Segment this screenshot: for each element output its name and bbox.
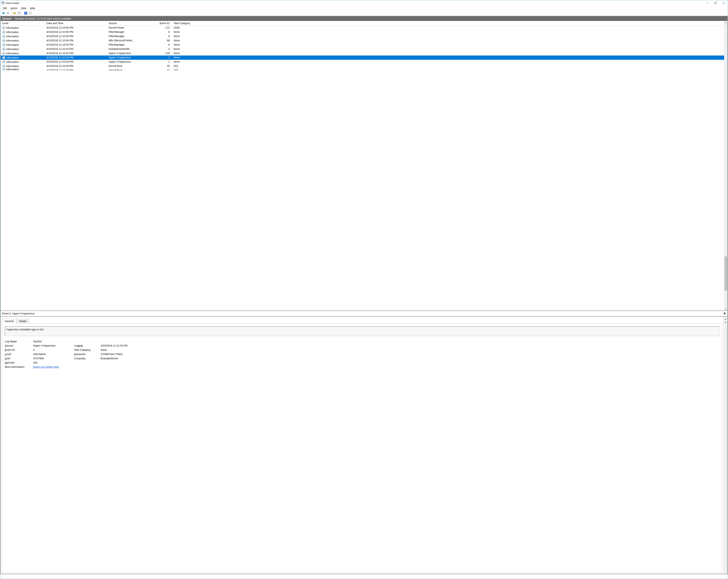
event-properties: Log Name: System Source: Hyper-V-Hypervi…	[5, 340, 719, 368]
cell-taskcat: None	[171, 43, 724, 47]
cell-eventid: 6	[153, 30, 171, 34]
scroll-down-icon[interactable]: ▾	[724, 307, 727, 310]
scroll-down-small-icon[interactable]: ▼	[724, 321, 727, 324]
cell-date: 4/10/2018 12:10:33 PM	[45, 56, 107, 60]
svg-rect-63	[4, 68, 4, 69]
event-list-header: System Number of events: 3,179 (!) New e…	[1, 16, 727, 21]
cell-taskcat: None	[171, 47, 724, 51]
column-headers: Level Date and Time Source Event ID Task…	[1, 21, 724, 26]
toolbar: ?	[0, 10, 728, 16]
val-level: Information	[33, 353, 74, 356]
cell-level: Information	[6, 48, 19, 51]
back-button[interactable]	[1, 11, 5, 15]
svg-rect-22	[4, 28, 4, 29]
link-event-log-help[interactable]: Event Log Online Help	[33, 365, 59, 368]
menu-action[interactable]: Action	[9, 6, 19, 10]
lbl-opcode: OpCode:	[5, 361, 33, 364]
val-taskcat: None	[101, 349, 719, 351]
up-level-icon[interactable]	[12, 11, 17, 15]
minimize-button[interactable]	[703, 0, 711, 6]
svg-rect-4	[3, 3, 4, 4]
svg-rect-2	[2, 3, 3, 3]
close-button[interactable]	[720, 0, 728, 6]
svg-rect-50	[4, 57, 4, 58]
properties-icon[interactable]	[17, 11, 21, 15]
col-taskcat[interactable]: Task Category	[171, 21, 724, 26]
event-detail-pane: Event 2, Hyper-V-Hypervisor ✕ General De…	[0, 311, 728, 574]
svg-text:?: ?	[25, 12, 26, 15]
svg-rect-26	[4, 32, 4, 33]
tab-details[interactable]: Details	[16, 319, 29, 324]
maximize-button[interactable]	[711, 0, 720, 6]
svg-rect-55	[4, 61, 4, 61]
val-user: SYSTEM	[33, 357, 74, 360]
cell-eventid: 6	[153, 34, 171, 38]
titlebar: Event Viewer	[0, 0, 728, 6]
svg-rect-13	[18, 12, 21, 12]
cell-date: 4/10/2018 12:10:36 PM	[45, 26, 107, 30]
event-list: Level Date and Time Source Event ID Task…	[1, 21, 727, 310]
lbl-computer: Computer:	[74, 357, 101, 360]
svg-rect-62	[4, 69, 4, 70]
table-row[interactable]: Information4/10/2018 12:10:35 PMFilterMa…	[1, 34, 724, 38]
cell-eventid: 3	[153, 47, 171, 51]
lbl-logged: Logged:	[74, 344, 101, 347]
col-level[interactable]: Level	[1, 21, 45, 26]
tab-general[interactable]: General	[2, 319, 16, 324]
svg-rect-59	[4, 65, 4, 66]
cell-taskcat: None	[171, 56, 724, 60]
detail-side-toolbar: ▲ ▼	[723, 316, 727, 574]
log-count: Number of events: 3,179 (!) New events a…	[15, 17, 71, 20]
cell-taskcat: None	[171, 51, 724, 56]
cell-date: 4/10/2018 12:10:33 PM	[45, 60, 107, 64]
col-eventid[interactable]: Event ID	[153, 21, 171, 26]
table-row[interactable]: Information4/10/2018 12:10:33 PMKernel-B…	[1, 64, 724, 68]
table-row[interactable]: Information4/10/2018 12:10:34 PMNtfs (Mi…	[1, 38, 724, 43]
help-icon[interactable]: ?	[24, 11, 28, 15]
cell-eventid: 1	[153, 60, 171, 64]
menu-file[interactable]: File	[1, 6, 9, 10]
svg-rect-35	[4, 40, 4, 40]
svg-rect-39	[4, 44, 4, 45]
cell-date: 4/10/2018 12:10:35 PM	[45, 30, 107, 34]
table-row[interactable]: Information4/10/2018 12:10:33 PMHyper-V-…	[1, 51, 724, 56]
svg-rect-47	[4, 53, 4, 53]
table-row[interactable]: Information4/10/2018 12:10:36 PMKernel-P…	[1, 26, 724, 30]
val-logged: 4/10/2018 12:10:33 PM	[101, 344, 719, 347]
col-source[interactable]: Source	[107, 21, 153, 26]
svg-rect-34	[4, 40, 4, 41]
table-row[interactable]: Information4/10/2018 12:10:33 PMHyper-V-…	[1, 60, 724, 64]
menu-help[interactable]: Help	[28, 6, 37, 10]
detail-header: Event 2, Hyper-V-Hypervisor ✕	[1, 311, 727, 316]
cell-eventid: 129	[153, 51, 171, 56]
cell-taskcat: None	[171, 34, 724, 38]
scroll-up-icon[interactable]: ▴	[724, 21, 727, 24]
svg-rect-51	[4, 57, 4, 57]
cell-date: 4/10/2018 12:10:33 PM	[45, 51, 107, 56]
cell-eventid: 98	[153, 38, 171, 43]
col-date[interactable]: Date and Time	[45, 21, 107, 26]
detail-title: Event 2, Hyper-V-Hypervisor	[2, 312, 35, 315]
detail-tabs: General Details	[1, 316, 723, 323]
svg-rect-27	[4, 31, 4, 32]
refresh-icon[interactable]	[28, 11, 32, 15]
table-row[interactable]: Information4/10/2018 12:10:33 PMKernel-B…	[1, 68, 724, 71]
cell-taskcat: None	[171, 60, 724, 64]
event-description: Hypervisor scheduler type is 0x2.	[5, 326, 719, 336]
event-list-scrollbar[interactable]: ▴ ▾	[724, 21, 727, 310]
cell-level: Information	[6, 31, 19, 33]
svg-rect-46	[4, 53, 4, 54]
detail-close-button[interactable]: ✕	[723, 311, 726, 315]
table-row[interactable]: Information4/10/2018 12:10:34 PMFilterMa…	[1, 43, 724, 47]
table-row[interactable]: Information4/10/2018 12:10:35 PMFilterMa…	[1, 30, 724, 34]
cell-level: Information	[6, 52, 19, 55]
menu-view[interactable]: View	[19, 6, 28, 10]
table-row[interactable]: Information4/10/2018 12:10:33 PMHyper-V-…	[1, 56, 724, 60]
forward-button[interactable]	[6, 11, 10, 15]
cell-level: Information	[6, 44, 19, 46]
table-row[interactable]: Information4/10/2018 12:10:33 PMIsolated…	[1, 47, 724, 51]
svg-rect-58	[4, 66, 4, 67]
lbl-taskcat: Task Category:	[74, 349, 101, 351]
scroll-up-small-icon[interactable]: ▲	[724, 318, 727, 320]
cell-source: Kernel-Boot	[107, 64, 153, 68]
